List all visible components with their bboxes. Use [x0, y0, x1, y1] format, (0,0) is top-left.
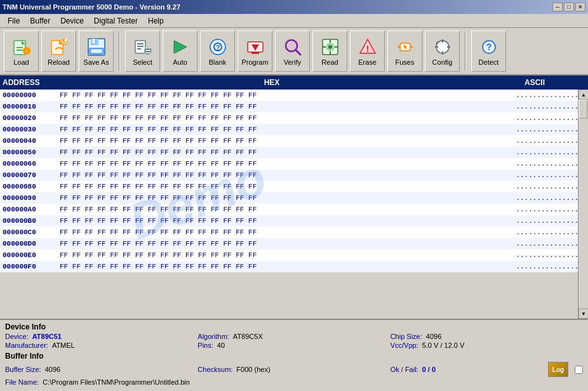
hex-address: 000000E0	[3, 251, 60, 259]
hex-header: ADDRESS HEX ASCII	[0, 76, 588, 89]
hex-ascii: ................	[484, 160, 585, 168]
algorithm-value: AT89C5X	[233, 333, 263, 340]
table-row: 000000C0 FF FF FF FF FF FF FF FF FF FF F…	[0, 227, 588, 238]
hex-ascii: ................	[484, 91, 585, 99]
log-button[interactable]: Log	[548, 362, 568, 377]
svg-rect-2	[17, 47, 23, 48]
svg-rect-16	[137, 43, 144, 44]
reload-button[interactable]: ↺ Reload	[41, 30, 76, 72]
vccvpp-label: Vcc/Vpp:	[391, 341, 418, 349]
vccvpp-value: 5.0 V / 12.0 V	[422, 341, 465, 349]
hex-address: 000000B0	[3, 217, 60, 225]
svg-rect-49	[435, 46, 438, 48]
window-controls: ─ □ ✕	[552, 3, 585, 11]
device-info-grid: Device: AT89C51 Algorithm: AT89C5X Chip …	[5, 333, 583, 349]
toolbar-sep-1	[119, 32, 120, 70]
reload-icon: ↺	[49, 37, 69, 57]
table-row: 00000080 FF FF FF FF FF FF FF FF FF FF F…	[0, 181, 588, 192]
detect-button[interactable]: ? Detect	[471, 30, 506, 72]
auto-label: Auto	[173, 58, 187, 66]
svg-text:☰: ☰	[144, 46, 151, 55]
table-row: 000000D0 FF FF FF FF FF FF FF FF FF FF F…	[0, 238, 588, 249]
hex-address: 00000080	[3, 183, 60, 190]
filename-value: C:\Program Files\TNM\Programmer\Untitled…	[43, 378, 190, 386]
menu-buffer[interactable]: Buffer	[25, 15, 55, 27]
hex-values: FF FF FF FF FF FF FF FF FF FF FF FF FF F…	[60, 217, 484, 225]
hex-ascii: ................	[484, 263, 585, 270]
buffer-info-section: Buffer Info Buffer Size: 4096 Checksum: …	[5, 352, 583, 386]
hex-values: FF FF FF FF FF FF FF FF FF FF FF FF FF F…	[60, 240, 484, 248]
verify-button[interactable]: Verify	[275, 30, 310, 72]
config-button[interactable]: Config	[425, 30, 460, 72]
pins-label: Pins:	[197, 341, 213, 349]
svg-marker-21	[174, 41, 187, 53]
hex-ascii: ................	[484, 251, 585, 259]
checksum-row: Checksum: F000 (hex)	[197, 362, 390, 377]
device-info-section: Device Info Device: AT89C51 Algorithm: A…	[5, 322, 583, 349]
load-label: Load	[13, 58, 29, 66]
hex-values: FF FF FF FF FF FF FF FF FF FF FF FF FF F…	[60, 183, 484, 190]
hex-values: FF FF FF FF FF FF FF FF FF FF FF FF FF F…	[60, 137, 484, 145]
close-button[interactable]: ✕	[575, 3, 585, 11]
svg-line-29	[296, 50, 300, 55]
read-button[interactable]: Read	[312, 30, 347, 72]
select-button[interactable]: ☰ Select	[125, 30, 160, 72]
title-bar: TNM Universal Programmer 5000 Demo - Ver…	[0, 0, 588, 14]
chipsize-label: Chip Size:	[391, 333, 422, 340]
algorithm-row: Algorithm: AT89C5X	[197, 333, 390, 340]
menu-bar: File Buffer Device Digital Tester Help	[0, 14, 588, 28]
hex-ascii: ................	[484, 114, 585, 122]
scroll-thumb[interactable]	[578, 100, 587, 119]
table-row: 000000F0 FF FF FF FF FF FF FF FF FF FF F…	[0, 261, 588, 272]
save-as-button[interactable]: Save As	[79, 30, 114, 72]
hex-values: FF FF FF FF FF FF FF FF FF FF FF FF FF F…	[60, 251, 484, 259]
load-icon: ↑	[11, 37, 32, 57]
hex-col-hex: HEX	[60, 78, 484, 87]
hex-address: 00000070	[3, 171, 60, 179]
minimize-button[interactable]: ─	[552, 3, 563, 11]
hex-address: 00000090	[3, 194, 60, 202]
scroll-down-button[interactable]: ▼	[578, 308, 588, 319]
checksum-label: Checksum:	[197, 366, 232, 373]
menu-device[interactable]: Device	[55, 15, 89, 27]
toolbar: ↑ Load ↺ Reload Save	[0, 28, 588, 76]
svg-rect-14	[91, 50, 102, 53]
select-label: Select	[133, 58, 152, 66]
scroll-up-button[interactable]: ▲	[578, 89, 588, 100]
program-icon	[245, 37, 265, 57]
bufsize-label: Buffer Size:	[5, 366, 41, 373]
load-button[interactable]: ↑ Load	[4, 30, 39, 72]
hex-address: 00000010	[3, 103, 60, 110]
fuses-button[interactable]: Fuses	[387, 30, 422, 72]
hex-address: 000000F0	[3, 263, 60, 270]
table-row: 00000040 FF FF FF FF FF FF FF FF FF FF F…	[0, 135, 588, 147]
table-row: 00000050 FF FF FF FF FF FF FF FF FF FF F…	[0, 147, 588, 158]
table-row: 00000060 FF FF FF FF FF FF FF FF FF FF F…	[0, 158, 588, 169]
erase-icon: !	[357, 37, 378, 57]
chipsize-row: Chip Size: 4096	[391, 333, 583, 340]
bufsize-row: Buffer Size: 4096	[5, 362, 197, 377]
menu-help[interactable]: Help	[143, 15, 169, 27]
program-button[interactable]: Program	[237, 30, 272, 72]
filename-label: File Name:	[5, 378, 39, 386]
erase-button[interactable]: ! Erase	[350, 30, 385, 72]
device-label: Device:	[5, 333, 29, 340]
svg-text:?: ?	[215, 44, 220, 51]
hex-scrollbar[interactable]: ▲ ▼	[578, 89, 588, 319]
hex-address: 00000000	[3, 91, 60, 99]
menu-file[interactable]: File	[3, 15, 25, 27]
hex-address: 00000060	[3, 160, 60, 168]
hex-ascii: ................	[484, 206, 585, 213]
blank-button[interactable]: ? Blank	[200, 30, 235, 72]
erase-label: Erase	[358, 58, 377, 66]
blank-icon: ?	[208, 37, 228, 57]
maximize-button[interactable]: □	[564, 3, 574, 11]
okfail-row: Ok / Fail: 0 / 0 Log	[391, 362, 583, 377]
scroll-track[interactable]	[578, 100, 588, 308]
menu-digital-tester[interactable]: Digital Tester	[89, 15, 143, 27]
svg-point-30	[288, 43, 295, 49]
log-checkbox[interactable]	[575, 366, 583, 374]
auto-button[interactable]: Auto	[163, 30, 197, 72]
table-row: 000000B0 FF FF FF FF FF FF FF FF FF FF F…	[0, 215, 588, 227]
hex-address: 000000C0	[3, 229, 60, 236]
